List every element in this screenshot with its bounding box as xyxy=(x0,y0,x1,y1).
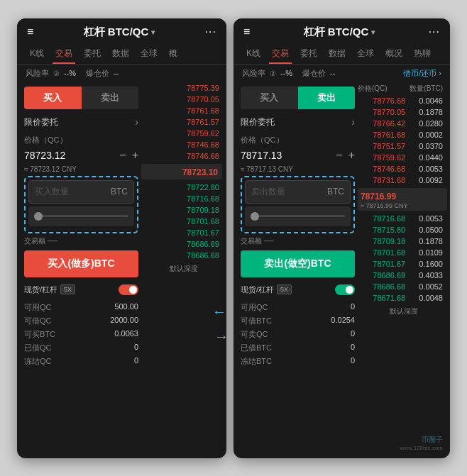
left-order-form: 买入 卖出 限价委托 › 价格（QC） 78723.12 − + xyxy=(17,82,141,371)
ob-sell-row: 78731.680.0092 xyxy=(358,175,450,186)
ob-buy-row: 78709.180.1878 xyxy=(358,236,450,247)
left-position-info: 可用QC 500.00 可借QC 2000.00 可买BTC 0.0063 已借… xyxy=(24,298,138,371)
ob-sell-row: 78776.680.0046 xyxy=(358,95,450,106)
right-slider[interactable] xyxy=(245,206,351,226)
left-header-menu-icon[interactable]: ··· xyxy=(205,26,216,38)
ob-buy-row: 78701.670.1600 xyxy=(358,258,450,270)
ob-sell-row: 78761.680.0002 xyxy=(358,129,450,140)
left-nav-tabs: K线 交易 委托 数据 全球 概 xyxy=(17,43,226,65)
right-price-value: 78717.13 xyxy=(241,150,282,161)
right-sell-tab[interactable]: 卖出 xyxy=(298,87,356,109)
right-plus-icon[interactable]: + xyxy=(348,149,355,162)
left-tab-kline[interactable]: K线 xyxy=(24,43,50,64)
right-ob-header: 价格(QC) 数量(BTC) xyxy=(358,82,450,95)
right-tab-kline[interactable]: K线 xyxy=(241,43,266,64)
left-leverage-row: 现货/杠杆 5X xyxy=(24,282,138,298)
right-buy-tab[interactable]: 买入 xyxy=(241,87,298,109)
right-qty-placeholder: 卖出数量 xyxy=(251,186,285,198)
right-risk-help-icon[interactable]: ② xyxy=(270,70,276,77)
left-header-title: 杠杆 BTC/QC ▾ xyxy=(84,26,155,39)
left-order-type[interactable]: 限价委托 › xyxy=(24,114,138,131)
right-order-form: 买入 卖出 限价委托 › 价格（QC） 78717.13 − + xyxy=(234,82,358,371)
left-buy-button[interactable]: 买入(做多)BTC xyxy=(24,250,138,277)
right-current-price: 78716.99 ≈ 78716.99 CNY xyxy=(358,188,447,211)
right-tab-trade[interactable]: 交易 xyxy=(266,43,295,64)
left-info-bar: 风险率 ② --% 爆仓价 -- xyxy=(17,65,226,82)
left-slider[interactable] xyxy=(28,206,134,226)
right-minus-icon[interactable]: − xyxy=(336,149,342,162)
right-info-bar: 风险率 ② --% 爆仓价 -- 借币/还币 › xyxy=(234,65,450,82)
right-main-area: 买入 卖出 限价委托 › 价格（QC） 78717.13 − + xyxy=(234,82,450,371)
ob-buy-row: 78686.680.0052 xyxy=(358,281,450,292)
right-title-arrow-icon[interactable]: ▾ xyxy=(371,28,375,36)
left-tab-more[interactable]: 概 xyxy=(163,43,183,64)
left-tab-entrust[interactable]: 委托 xyxy=(78,43,106,64)
left-price-label: 价格（QC） xyxy=(24,135,67,145)
right-leverage-badge[interactable]: 5X xyxy=(277,284,292,294)
right-price-stepper[interactable]: − + xyxy=(336,149,355,162)
right-price-value-row: 78717.13 − + xyxy=(241,149,355,162)
right-header-menu-icon[interactable]: ··· xyxy=(429,26,440,38)
right-order-type[interactable]: 限价委托 › xyxy=(241,114,355,131)
right-trade-info: 交易额 ── xyxy=(241,236,355,246)
right-arrow-annotation: → xyxy=(214,328,229,345)
ob-sell-row: 78766.420.0280 xyxy=(358,118,450,129)
left-tab-data[interactable]: 数据 xyxy=(106,43,135,64)
left-arrow-annotation: ← xyxy=(212,304,226,320)
right-toggle[interactable] xyxy=(335,284,355,295)
right-cny-hint: ≈ 78717.13 CNY xyxy=(241,165,355,173)
right-tab-overview[interactable]: 概况 xyxy=(380,43,408,64)
right-nav-tabs: K线 交易 委托 数据 全球 概况 热聊 xyxy=(234,43,450,65)
left-main-area: 买入 卖出 限价委托 › 价格（QC） 78723.12 − + xyxy=(17,82,226,371)
left-price-value-row: 78723.12 − + xyxy=(24,149,138,162)
left-plus-icon[interactable]: + xyxy=(132,149,138,162)
left-order-type-arrow-icon: › xyxy=(135,116,138,128)
right-tab-chat[interactable]: 热聊 xyxy=(408,43,436,64)
ob-sell-row: 78759.620.0440 xyxy=(358,152,450,163)
right-borrow-link[interactable]: 借币/还币 › xyxy=(403,68,441,79)
watermark: 币圈子 www.120btc.com xyxy=(400,435,443,451)
left-risk-help-icon[interactable]: ② xyxy=(53,70,60,77)
left-tab-global[interactable]: 全球 xyxy=(135,43,163,64)
right-tab-entrust[interactable]: 委托 xyxy=(295,43,323,64)
ob-sell-row: 78746.680.0053 xyxy=(358,163,450,175)
right-leverage-row: 现货/杠杆 5X xyxy=(241,282,355,298)
left-price-value: 78723.12 xyxy=(24,150,65,161)
left-hamburger-icon[interactable]: ≡ xyxy=(27,26,33,38)
left-qty-placeholder: 买入数量 xyxy=(35,186,69,198)
right-bs-tabs: 买入 卖出 xyxy=(241,87,355,109)
right-risk-label: 风险率 xyxy=(242,68,265,79)
left-trade-info: 交易额 ── xyxy=(24,236,138,246)
right-header: ≡ 杠杆 BTC/QC ▾ ··· xyxy=(234,18,450,43)
ob-buy-row: 78715.800.0500 xyxy=(358,224,450,236)
right-hamburger-icon[interactable]: ≡ xyxy=(243,26,250,38)
left-buy-tab[interactable]: 买入 xyxy=(24,87,82,109)
left-sell-tab[interactable]: 卖出 xyxy=(82,87,139,109)
left-risk-value: --% xyxy=(64,69,76,77)
left-qty-input[interactable]: 买入数量 BTC xyxy=(28,180,134,204)
left-qty-unit: BTC xyxy=(111,187,128,197)
left-phone-card: ≡ 杠杆 BTC/QC ▾ ··· K线 交易 委托 数据 全球 概 风险率 ②… xyxy=(17,18,226,458)
right-tab-global[interactable]: 全球 xyxy=(351,43,380,64)
left-rate-value: -- xyxy=(114,69,119,77)
left-minus-icon[interactable]: − xyxy=(119,149,126,162)
right-phone-card: ≡ 杠杆 BTC/QC ▾ ··· K线 交易 委托 数据 全球 概况 热聊 风… xyxy=(234,18,450,458)
left-price-row: 价格（QC） xyxy=(24,135,138,145)
left-tab-trade[interactable]: 交易 xyxy=(50,43,78,64)
ob-sell-row: 78770.050.1878 xyxy=(358,106,450,118)
left-default-depth: 默认深度 xyxy=(141,261,226,277)
right-default-depth: 默认深度 xyxy=(358,304,450,319)
left-title-arrow-icon[interactable]: ▾ xyxy=(151,28,155,36)
left-current-price: 78723.10 xyxy=(141,164,222,179)
right-tab-data[interactable]: 数据 xyxy=(323,43,351,64)
right-qty-input[interactable]: 卖出数量 BTC xyxy=(245,180,351,204)
right-risk-value: --% xyxy=(280,69,292,77)
ob-buy-row: 78701.680.0109 xyxy=(358,247,450,258)
left-risk-label: 风险率 xyxy=(26,68,49,79)
left-header: ≡ 杠杆 BTC/QC ▾ ··· xyxy=(17,18,226,43)
left-toggle[interactable] xyxy=(119,284,138,295)
left-leverage-badge[interactable]: 5X xyxy=(60,284,75,294)
left-price-stepper[interactable]: − + xyxy=(119,149,138,162)
left-cny-hint: ≈ 78723.12 CNY xyxy=(24,165,138,173)
right-sell-button[interactable]: 卖出(做空)BTC xyxy=(241,250,355,277)
